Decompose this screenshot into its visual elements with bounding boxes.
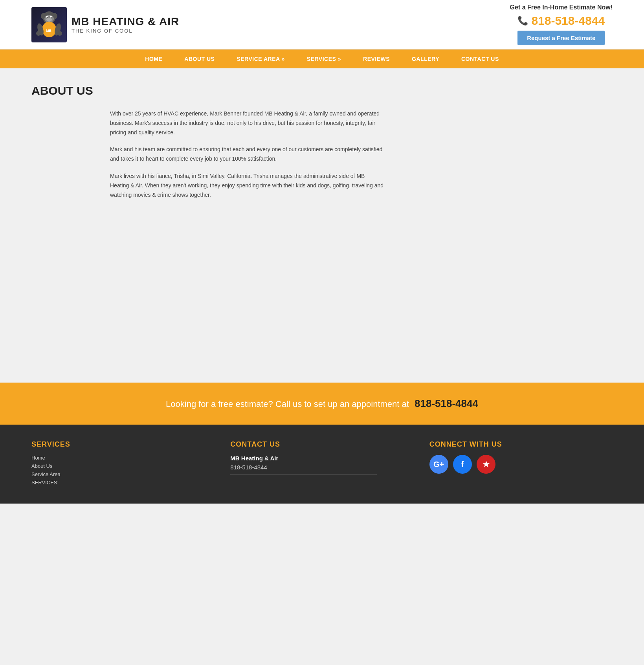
logo-text: MB HEATING & AIR THE KING OF COOL	[72, 15, 179, 34]
nav-about[interactable]: ABOUT US	[173, 49, 226, 68]
yelp-icon[interactable]: ★	[477, 455, 495, 474]
cta-phone[interactable]: 818-518-4844	[415, 398, 478, 409]
nav-services[interactable]: SERVICES »	[296, 49, 352, 68]
nav-service-area[interactable]: SERVICE AREA »	[226, 49, 295, 68]
main-navigation: HOME ABOUT US SERVICE AREA » SERVICES » …	[0, 49, 644, 68]
nav-home[interactable]: HOME	[134, 49, 173, 68]
footer-link-about[interactable]: About Us	[31, 463, 215, 469]
cta-text: Looking for a free estimate? Call us to …	[166, 399, 478, 409]
page-title: ABOUT US	[31, 84, 613, 97]
site-header: MB MB HEATING & AIR THE KING OF COOL Get…	[0, 0, 644, 49]
about-paragraph-1: With over 25 years of HVAC experience, M…	[110, 109, 385, 137]
phone-icon: 📞	[517, 16, 528, 26]
header-phone[interactable]: 📞 818-518-4844	[517, 14, 605, 27]
svg-point-7	[47, 16, 48, 18]
nav-contact[interactable]: CONTACT US	[450, 49, 510, 68]
nav-reviews[interactable]: REVIEWS	[352, 49, 401, 68]
connect-heading: CONNECT WITH US	[429, 440, 613, 449]
about-paragraph-2: Mark and his team are committed to ensur…	[110, 145, 385, 164]
services-heading: SERVICES	[31, 440, 215, 449]
social-icons-group: G+ f ★	[429, 455, 613, 474]
main-content: ABOUT US With over 25 years of HVAC expe…	[0, 68, 644, 383]
footer-link-service-area[interactable]: Service Area	[31, 471, 215, 477]
svg-point-12	[36, 31, 41, 36]
about-content: With over 25 years of HVAC experience, M…	[110, 109, 385, 200]
google-plus-icon[interactable]: G+	[429, 455, 448, 474]
footer-link-services[interactable]: SERVICES:	[31, 480, 215, 485]
contact-phone[interactable]: 818-518-4844	[230, 464, 413, 471]
contact-company-name: MB Heating & Air	[230, 455, 413, 462]
phone-number: 818-518-4844	[531, 14, 605, 27]
contact-heading: CONTACT US	[230, 440, 413, 449]
company-name: MB HEATING & AIR	[72, 15, 179, 28]
footer-divider	[230, 474, 377, 475]
company-tagline: THE KING OF COOL	[72, 28, 179, 34]
cta-label: Looking for a free estimate? Call us to …	[166, 399, 409, 409]
svg-point-13	[57, 31, 62, 36]
header-contact: Get a Free In-Home Estimate Now! 📞 818-5…	[510, 4, 613, 45]
nav-gallery[interactable]: GALLERY	[401, 49, 450, 68]
footer-link-home[interactable]: Home	[31, 455, 215, 461]
svg-point-8	[51, 16, 52, 18]
about-paragraph-3: Mark lives with his fiance, Trisha, in S…	[110, 172, 385, 200]
cta-banner: Looking for a free estimate? Call us to …	[0, 383, 644, 425]
header-tagline: Get a Free In-Home Estimate Now!	[510, 4, 613, 11]
facebook-icon[interactable]: f	[453, 455, 472, 474]
logo-area: MB MB HEATING & AIR THE KING OF COOL	[31, 7, 179, 42]
svg-point-9	[46, 18, 52, 22]
footer-services: SERVICES Home About Us Service Area SERV…	[31, 440, 215, 488]
logo-image: MB	[31, 7, 67, 42]
site-footer: SERVICES Home About Us Service Area SERV…	[0, 425, 644, 504]
estimate-button[interactable]: Request a Free Estimate	[517, 31, 605, 45]
footer-connect: CONNECT WITH US G+ f ★	[429, 440, 613, 474]
svg-text:MB: MB	[46, 29, 51, 33]
footer-contact: CONTACT US MB Heating & Air 818-518-4844	[230, 440, 413, 479]
